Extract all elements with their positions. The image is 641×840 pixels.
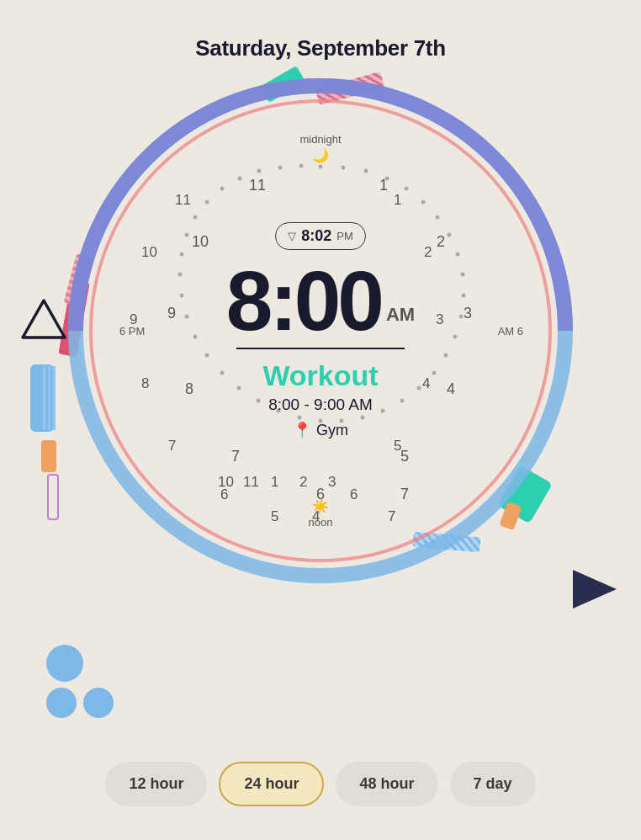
- svg-marker-1: [573, 570, 617, 609]
- svg-point-3: [342, 166, 346, 170]
- svg-point-28: [205, 354, 209, 358]
- svg-point-8: [436, 215, 440, 220]
- badge-ampm: PM: [336, 230, 353, 242]
- view-selector: 12 hour 24 hour 48 hour 7 day: [105, 762, 535, 806]
- time-badge[interactable]: ▽ 8:02 PM: [275, 222, 366, 250]
- badge-time: 8:02: [301, 227, 331, 245]
- clock-face: midnight 🌙 ☀️ noon 6 PM AM 6: [106, 116, 535, 545]
- clock-container: midnight 🌙 ☀️ noon 6 PM AM 6: [77, 87, 564, 575]
- svg-point-7: [421, 200, 426, 205]
- svg-point-4: [364, 169, 368, 173]
- svg-point-14: [453, 335, 458, 339]
- clock-num-7-right: 7: [388, 508, 395, 525]
- svg-point-32: [178, 273, 183, 277]
- svg-point-39: [257, 169, 262, 173]
- clock-num-5-left: 5: [271, 508, 278, 525]
- svg-point-36: [205, 200, 209, 205]
- triangle-right-icon: [569, 566, 620, 615]
- svg-marker-0: [23, 300, 65, 338]
- svg-text:9: 9: [167, 305, 176, 322]
- svg-point-12: [462, 294, 466, 298]
- svg-text:5: 5: [400, 448, 409, 465]
- btn-48hour[interactable]: 48 hour: [336, 762, 437, 806]
- svg-point-9: [448, 233, 452, 237]
- svg-text:7: 7: [231, 448, 240, 465]
- svg-text:2: 2: [437, 233, 445, 250]
- clock-num-11-left: 11: [175, 192, 191, 209]
- svg-text:10: 10: [192, 233, 209, 250]
- svg-point-33: [180, 253, 184, 257]
- svg-point-29: [193, 335, 198, 339]
- clock-num-11-bot: 11: [243, 474, 259, 491]
- clock-num-9-left: 9: [130, 311, 137, 328]
- event-location-text: Gym: [316, 422, 348, 439]
- clock-num-7-left: 7: [168, 438, 176, 455]
- svg-point-11: [461, 273, 465, 277]
- svg-text:8: 8: [185, 380, 193, 397]
- svg-text:1: 1: [379, 177, 388, 194]
- main-time-row: 8:00 AM: [226, 258, 415, 343]
- svg-point-10: [456, 253, 460, 257]
- svg-text:6: 6: [316, 486, 325, 502]
- deco-orange-bar: [41, 440, 56, 472]
- svg-point-6: [405, 187, 409, 191]
- clock-num-4-left: 4: [312, 508, 320, 525]
- clock-num-4-right: 4: [422, 375, 430, 392]
- event-name: Workout: [262, 359, 378, 392]
- event-time-range: 8:00 - 9:00 AM: [268, 396, 373, 414]
- svg-point-2: [319, 165, 323, 169]
- svg-point-35: [193, 215, 198, 220]
- clock-num-3-right: 3: [436, 311, 443, 328]
- circle-small-2: [83, 688, 114, 718]
- location-pin-icon: 📍: [293, 421, 311, 439]
- svg-text:3: 3: [464, 305, 472, 322]
- clock-num-2-bot: 2: [299, 474, 307, 491]
- svg-point-41: [299, 164, 304, 168]
- circle-small-1: [46, 688, 77, 718]
- clock-center-content: ▽ 8:02 PM 8:00 AM Workout 8:00 - 9:00 AM…: [226, 222, 415, 439]
- badge-icon: ▽: [288, 230, 296, 242]
- clock-num-3-bot: 3: [328, 474, 336, 491]
- clock-num-5-right: 5: [394, 438, 401, 455]
- svg-point-34: [185, 233, 189, 237]
- triangle-left-icon: [19, 297, 68, 341]
- time-divider: [236, 348, 405, 349]
- svg-point-16: [432, 371, 437, 375]
- main-time-display: 8:00: [226, 258, 381, 343]
- page-title: Saturday, September 7th: [195, 35, 445, 61]
- clock-num-6-right: 6: [350, 486, 358, 503]
- svg-text:7: 7: [400, 486, 409, 502]
- svg-point-30: [185, 315, 189, 319]
- deco-blue-lines: [43, 366, 58, 430]
- clock-num-8-left: 8: [141, 375, 149, 392]
- btn-12hour[interactable]: 12 hour: [105, 762, 207, 806]
- clock-num-1-right: 1: [394, 192, 401, 209]
- main-ampm-display: AM: [386, 304, 415, 326]
- circle-large: [46, 645, 83, 682]
- svg-text:11: 11: [249, 177, 266, 194]
- svg-point-17: [417, 386, 421, 391]
- svg-text:4: 4: [447, 380, 455, 397]
- circles-group: [46, 645, 114, 718]
- svg-point-37: [220, 187, 225, 191]
- svg-point-40: [278, 166, 283, 170]
- svg-point-27: [220, 371, 225, 375]
- clock-num-1-bot: 1: [271, 474, 278, 491]
- clock-num-2-right: 2: [424, 244, 432, 261]
- svg-point-15: [444, 354, 448, 358]
- svg-point-31: [180, 294, 184, 298]
- svg-point-38: [238, 177, 242, 181]
- btn-24hour[interactable]: 24 hour: [219, 762, 324, 806]
- clock-num-10-bot: 10: [218, 474, 234, 491]
- btn-7day[interactable]: 7 day: [450, 762, 536, 806]
- clock-num-10-left: 10: [141, 244, 157, 261]
- svg-point-13: [459, 315, 464, 319]
- deco-purple-bar: [47, 474, 59, 520]
- event-location: 📍 Gym: [293, 421, 348, 439]
